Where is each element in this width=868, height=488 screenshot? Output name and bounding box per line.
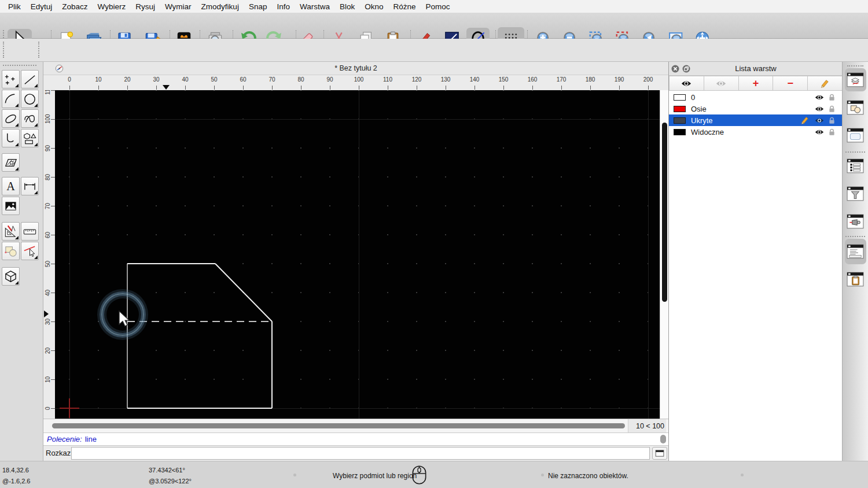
- layer-row-osie[interactable]: Osie: [669, 103, 843, 114]
- menu-pomoc[interactable]: Pomoc: [426, 2, 450, 11]
- remove-layer-button[interactable]: −: [773, 76, 808, 91]
- circle-tool-button[interactable]: [21, 90, 39, 108]
- layer-lock-icon[interactable]: [829, 128, 835, 136]
- layer-edit-icon[interactable]: [801, 116, 809, 124]
- layer-lock-icon[interactable]: [829, 94, 835, 101]
- command-line-panel-button[interactable]: [847, 243, 864, 260]
- layer-visibility-icon[interactable]: [815, 106, 824, 112]
- shapes-tool-button[interactable]: [21, 129, 39, 147]
- document-titlebar[interactable]: * Bez tytułu 2: [43, 62, 668, 75]
- hruler-tick: [619, 86, 620, 90]
- menu-warstwa[interactable]: Warstwa: [300, 2, 330, 11]
- layer-row-widoczne[interactable]: Widoczne: [669, 126, 843, 138]
- hatch-tool-button[interactable]: [2, 153, 20, 172]
- line-tool-button[interactable]: [21, 70, 39, 88]
- hruler-tick: [330, 86, 330, 90]
- layer-color-swatch[interactable]: [674, 117, 686, 124]
- menu-edytuj[interactable]: Edytuj: [31, 2, 53, 11]
- menu-zobacz[interactable]: Zobacz: [62, 2, 87, 11]
- trim-tool-button[interactable]: [21, 242, 39, 260]
- hide-all-layers-button[interactable]: [704, 76, 739, 91]
- modify-tool-button[interactable]: [2, 222, 20, 241]
- vruler-label: 10: [44, 371, 51, 388]
- menu-plik[interactable]: Plik: [8, 2, 21, 11]
- layer-color-swatch[interactable]: [674, 129, 686, 135]
- dock-separator: [845, 151, 865, 153]
- menu-snap[interactable]: Snap: [249, 2, 267, 11]
- layer-visibility-icon[interactable]: [815, 117, 824, 124]
- vruler-tick: [51, 264, 55, 264]
- history-scrollbar-thumb[interactable]: [660, 435, 666, 443]
- polyline-tool-button[interactable]: [2, 129, 20, 147]
- menu-wymiar[interactable]: Wymiar: [165, 2, 192, 11]
- menu-r-ne[interactable]: Różne: [393, 2, 416, 11]
- command-history-value: line: [85, 435, 97, 443]
- menu-bar: PlikEdytujZobaczWybierzRysujWymiarZmodyf…: [0, 0, 868, 13]
- layer-visibility-icon[interactable]: [815, 94, 824, 101]
- text-tool-button[interactable]: A: [2, 177, 20, 195]
- hruler-label: 70: [263, 76, 281, 83]
- ellipse-tool-button[interactable]: [2, 109, 20, 128]
- tool-palette: A: [0, 62, 43, 461]
- select-shapes-button[interactable]: [2, 242, 20, 260]
- menu-blok[interactable]: Blok: [340, 2, 355, 11]
- edit-layer-button[interactable]: [808, 76, 843, 91]
- command-history: Polecenie: line: [43, 432, 668, 445]
- command-history-label: Polecenie:: [47, 435, 82, 443]
- vertical-scrollbar-thumb[interactable]: [662, 123, 667, 302]
- vertical-scrollbar[interactable]: [660, 90, 668, 419]
- vruler-tick: [51, 321, 55, 322]
- dimension-icon: [23, 179, 37, 194]
- image-tool-button[interactable]: [2, 197, 20, 215]
- clipboard-panel-button[interactable]: [847, 271, 864, 287]
- horizontal-scrollbar-thumb[interactable]: [52, 423, 625, 428]
- close-icon[interactable]: [671, 65, 679, 73]
- points-tool-button[interactable]: [2, 70, 20, 88]
- list-view-panel-button[interactable]: [847, 158, 864, 174]
- points-icon: [3, 72, 18, 87]
- solid-tool-button[interactable]: [2, 267, 20, 286]
- layer-name: 0: [691, 93, 815, 102]
- drawing-entity-line[interactable]: [215, 264, 272, 321]
- select-shapes-icon: [3, 244, 18, 258]
- hruler-tick: [475, 86, 475, 90]
- document-icon: [55, 64, 64, 73]
- horizontal-scrollbar[interactable]: 10 < 100: [43, 419, 668, 432]
- menu-info[interactable]: Info: [277, 2, 290, 11]
- dimension-tool-button[interactable]: [21, 177, 39, 195]
- show-all-layers-button[interactable]: [669, 76, 704, 91]
- menu-zmodyfikuj[interactable]: Zmodyfikuj: [201, 2, 239, 11]
- hruler-label: 180: [582, 76, 599, 83]
- command-options-button[interactable]: [652, 447, 667, 460]
- layer-color-swatch[interactable]: [674, 94, 686, 101]
- layer-list-panel-button[interactable]: [847, 72, 864, 88]
- layer-row-ukryte[interactable]: Ukryte: [669, 114, 843, 126]
- filter-panel-button[interactable]: [847, 186, 864, 202]
- menu-rysuj[interactable]: Rysuj: [135, 2, 155, 11]
- spline-tool-button[interactable]: [21, 109, 39, 128]
- layer-row-0[interactable]: 0: [669, 91, 843, 103]
- hruler-label: 50: [205, 76, 223, 83]
- layer-visibility-icon[interactable]: [815, 129, 824, 135]
- layer-lock-icon[interactable]: [829, 117, 835, 124]
- palette-drag-handle[interactable]: [3, 65, 36, 66]
- drawing-canvas[interactable]: [55, 90, 660, 419]
- selection-status: Nie zaznaczono obiektów.: [548, 472, 628, 480]
- layer-color-swatch[interactable]: [674, 106, 686, 112]
- measure-tool-button[interactable]: [21, 222, 39, 241]
- float-panel-icon[interactable]: [682, 65, 690, 73]
- menu-okno[interactable]: Okno: [365, 2, 383, 11]
- layer-lock-icon[interactable]: [829, 105, 835, 113]
- command-input[interactable]: [71, 447, 650, 460]
- vruler-tick: [51, 235, 55, 235]
- arc-tool-button[interactable]: [2, 90, 20, 108]
- ruler-cursor-marker: [163, 85, 170, 90]
- menu-wybierz[interactable]: Wybierz: [98, 2, 126, 11]
- toolbar-separator: [38, 42, 39, 58]
- toolbar-drag-handle[interactable]: [3, 42, 4, 58]
- dock-drag-handle[interactable]: [847, 65, 863, 66]
- add-layer-button[interactable]: +: [739, 76, 774, 91]
- library-panel-button[interactable]: [847, 127, 864, 143]
- view-panel-button[interactable]: [847, 213, 864, 230]
- block-list-panel-button[interactable]: [847, 99, 864, 116]
